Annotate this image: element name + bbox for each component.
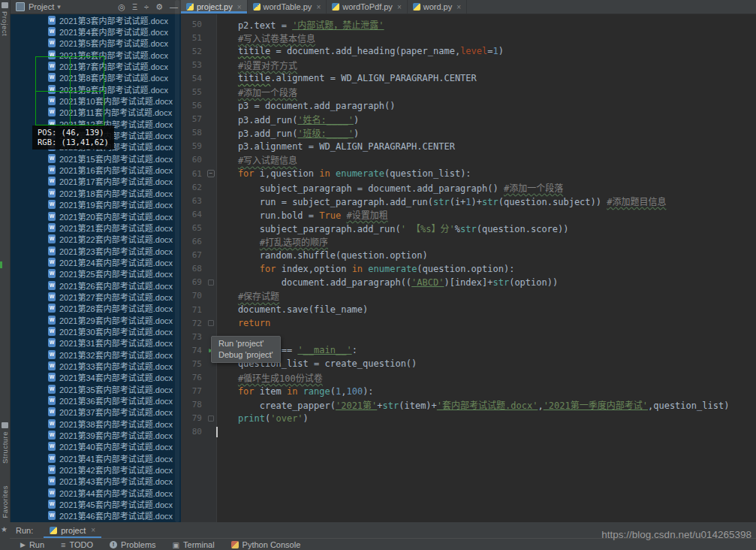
- stripe-favorites-label[interactable]: Favorites: [1, 485, 9, 518]
- file-item[interactable]: W2021第27套内部考试试题.docx: [10, 291, 181, 302]
- close-icon[interactable]: ×: [91, 526, 95, 534]
- file-item[interactable]: W2021第17套内部考试试题.docx: [10, 176, 181, 187]
- file-item[interactable]: W2021第18套内部考试试题.docx: [10, 187, 181, 198]
- code-line[interactable]: 71document.save(file_name): [181, 303, 756, 316]
- file-item[interactable]: W2021第26套内部考试试题.docx: [10, 280, 181, 291]
- pos-value: POS: (46, 139): [38, 128, 109, 138]
- chevron-down-icon[interactable]: ▾: [57, 3, 61, 11]
- code-line[interactable]: 66#打乱选项的顺序: [181, 235, 756, 249]
- toolwindow-button-python-console[interactable]: Python Console: [231, 540, 301, 549]
- project-panel-title[interactable]: Project: [29, 2, 54, 11]
- editor-tab-project-py[interactable]: project.py×: [181, 0, 248, 14]
- code-line[interactable]: 70#保存试题: [181, 289, 756, 303]
- python-file-icon: [413, 3, 420, 11]
- file-item[interactable]: W2021第22套内部考试试题.docx: [10, 234, 181, 245]
- fold-end-icon[interactable]: [208, 416, 214, 422]
- file-item[interactable]: W2021第25套内部考试试题.docx: [10, 268, 181, 280]
- line-number: 56: [181, 101, 206, 110]
- code-line[interactable]: 57p3.add_run('姓名:____'): [181, 113, 756, 126]
- code-line[interactable]: 63run = subject_paragraph.add_run(str(i+…: [181, 194, 756, 207]
- code-line[interactable]: 77for item in range(1,100):: [181, 385, 756, 398]
- file-item[interactable]: W2021第41套内部考试试题.docx: [10, 452, 181, 464]
- code-line[interactable]: 53#设置对齐方式: [181, 58, 756, 71]
- editor-tab-word-py[interactable]: word.py×: [408, 0, 467, 14]
- code-line[interactable]: 50p2.text = '内部试题，禁止泄露': [181, 17, 756, 31]
- code-line[interactable]: 54titile.alignment = WD_ALIGN_PARAGRAPH.…: [181, 71, 756, 85]
- close-icon[interactable]: ×: [456, 3, 461, 11]
- code-line[interactable]: 78create_papper('2021第'+str(item)+'套内部考试…: [181, 398, 756, 412]
- file-item[interactable]: W2021第39套内部考试试题.docx: [10, 429, 181, 440]
- file-item[interactable]: W2021第29套内部考试试题.docx: [10, 314, 181, 325]
- code-line[interactable]: 72return: [181, 316, 756, 330]
- code-line[interactable]: 62subject_paragraph = document.add_parag…: [181, 180, 756, 194]
- filter-icon[interactable]: ÷: [144, 2, 149, 11]
- file-item[interactable]: W2021第32套内部考试试题.docx: [10, 349, 181, 360]
- toolwindow-button-todo[interactable]: ≡TODO: [61, 540, 93, 549]
- run-project-item[interactable]: Run 'project': [218, 338, 273, 349]
- code-line[interactable]: 80: [181, 425, 756, 439]
- editor-tab-wordTable-py[interactable]: wordTable.py×: [248, 0, 327, 14]
- settings-gear-icon[interactable]: ⚙: [155, 2, 163, 12]
- code-line[interactable]: 61−for i,question in enumerate(question_…: [181, 167, 756, 180]
- file-item[interactable]: W2021第23套内部考试试题.docx: [10, 245, 181, 256]
- file-item[interactable]: W2021第34套内部考试试题.docx: [10, 372, 181, 383]
- file-item[interactable]: W2021第21套内部考试试题.docx: [10, 222, 181, 233]
- file-item[interactable]: W2021第28套内部考试试题.docx: [10, 303, 181, 314]
- code-line[interactable]: 64run.bold = True #设置加粗: [181, 207, 756, 221]
- file-item[interactable]: W2021第42套内部考试试题.docx: [10, 464, 181, 475]
- editor-tab-wordToPdf-py[interactable]: wordToPdf.py×: [327, 0, 408, 14]
- code-area[interactable]: 50p2.text = '内部试题，禁止泄露'51#写入试卷基本信息52titi…: [181, 14, 756, 522]
- code-line[interactable]: 69document.add_paragraph(('ABCD')[index]…: [181, 276, 756, 289]
- file-item[interactable]: W2021第46套内部考试试题.docx: [10, 510, 181, 521]
- code-line[interactable]: 59p3.alignment = WD_ALIGN_PARAGRAPH.CENT…: [181, 140, 756, 153]
- code-line[interactable]: 79print('over'): [181, 412, 756, 425]
- file-item[interactable]: W2021第31套内部考试试题.docx: [10, 337, 181, 349]
- file-item[interactable]: W2021第35套内部考试试题.docx: [10, 383, 181, 394]
- file-item[interactable]: W2021第37套内部考试试题.docx: [10, 406, 181, 418]
- file-item[interactable]: W2021第16套内部考试试题.docx: [10, 164, 181, 175]
- code-line[interactable]: 58p3.add_run('班级:____'): [181, 126, 756, 140]
- docx-icon: W: [48, 165, 56, 174]
- file-item[interactable]: W2021第19套内部考试试题.docx: [10, 199, 181, 210]
- code-line[interactable]: 55#添加一个段落: [181, 85, 756, 98]
- run-tab-project[interactable]: project ×: [44, 522, 101, 538]
- file-item[interactable]: W2021第40套内部考试试题.docx: [10, 441, 181, 452]
- favorites-star-icon[interactable]: ★: [1, 525, 8, 533]
- file-item[interactable]: W2021第45套内部考试试题.docx: [10, 498, 181, 509]
- fold-icon[interactable]: −: [207, 170, 215, 177]
- code-line[interactable]: 51#写入试卷基本信息: [181, 31, 756, 44]
- toolwindow-button-problems[interactable]: !Problems: [110, 540, 155, 549]
- close-icon[interactable]: ×: [237, 3, 242, 11]
- code-line[interactable]: 65subject_paragraph.add_run(' 【%s】分'%str…: [181, 221, 756, 234]
- code-line[interactable]: 52titile = document.add_heading(paper_na…: [181, 44, 756, 58]
- file-item[interactable]: W2021第38套内部考试试题.docx: [10, 418, 181, 429]
- code-line[interactable]: 56p3 = document.add_paragraph(): [181, 99, 756, 113]
- close-icon[interactable]: ×: [397, 3, 402, 11]
- toolwindow-button-terminal[interactable]: ▣Terminal: [173, 540, 215, 549]
- stripe-project-label[interactable]: Project: [1, 11, 9, 36]
- fold-end-icon[interactable]: [208, 280, 214, 286]
- code-line[interactable]: 68for index,option in enumerate(question…: [181, 262, 756, 276]
- file-item[interactable]: W2021第30套内部考试试题.docx: [10, 325, 181, 337]
- debug-project-item[interactable]: Debug 'project': [218, 349, 273, 361]
- file-item[interactable]: W2021第43套内部考试试题.docx: [10, 476, 181, 487]
- close-icon[interactable]: ×: [316, 3, 321, 11]
- file-item[interactable]: W2021第44套内部考试试题.docx: [10, 487, 181, 498]
- toolwindow-button-run[interactable]: ▶Run: [20, 540, 44, 549]
- project-scrollbar[interactable]: [175, 0, 179, 522]
- file-item[interactable]: W2021第15套内部考试试题.docx: [10, 153, 181, 164]
- locate-icon[interactable]: ◎: [118, 2, 125, 12]
- file-item[interactable]: W2021第3套内部考试试题.docx: [10, 14, 181, 26]
- file-item[interactable]: W2021第4套内部考试试题.docx: [10, 26, 181, 37]
- file-item[interactable]: W2021第5套内部考试试题.docx: [10, 38, 181, 49]
- stripe-structure-label[interactable]: Structure: [1, 431, 9, 464]
- code-line[interactable]: 67random.shuffle(question.option): [181, 249, 756, 262]
- collapse-all-icon[interactable]: Ξ: [132, 2, 137, 11]
- fold-end-icon[interactable]: [208, 320, 214, 326]
- file-item[interactable]: W2021第24套内部考试试题.docx: [10, 256, 181, 267]
- file-item[interactable]: W2021第36套内部考试试题.docx: [10, 394, 181, 406]
- file-item[interactable]: W2021第33套内部考试试题.docx: [10, 360, 181, 371]
- code-line[interactable]: 60#写入试题信息: [181, 153, 756, 167]
- code-line[interactable]: 76#循环生成100份试卷: [181, 370, 756, 384]
- file-item[interactable]: W2021第20套内部考试试题.docx: [10, 210, 181, 222]
